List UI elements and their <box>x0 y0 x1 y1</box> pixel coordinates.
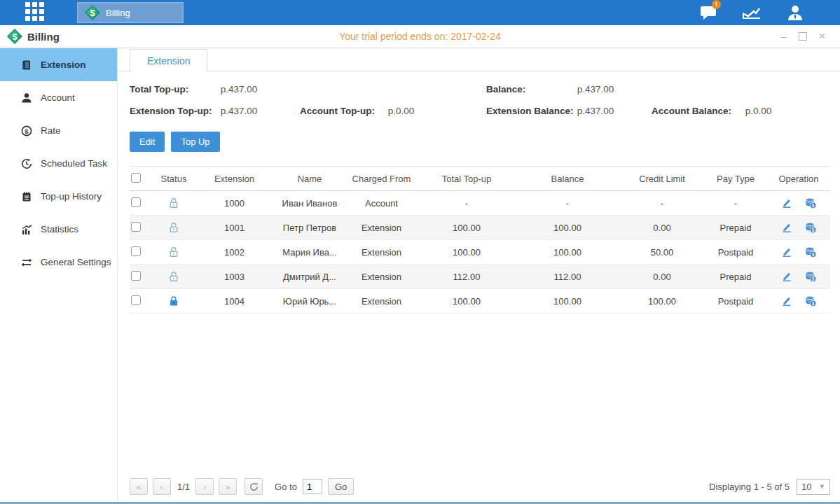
close-button[interactable]: × <box>817 31 827 42</box>
cell-pay-type: Prepaid <box>704 223 767 233</box>
sidebar-item-label: Rate <box>41 125 61 136</box>
svg-text:$: $ <box>25 127 29 134</box>
minimize-button[interactable]: – <box>778 31 789 42</box>
row-checkbox[interactable] <box>131 295 141 305</box>
edit-row-icon[interactable] <box>781 222 792 233</box>
extension-topup-field: Extension Top-up: p.437.00 <box>130 106 300 116</box>
sidebar-item-account[interactable]: Account <box>0 81 117 114</box>
topup-row-icon[interactable] <box>805 197 816 209</box>
cell-pay-type: - <box>704 198 767 209</box>
sidebar-item-extension[interactable]: Extension <box>0 48 117 81</box>
goto-page-input[interactable] <box>303 479 322 494</box>
balance-value: p.437.00 <box>577 84 614 94</box>
apps-grid-icon[interactable] <box>25 2 46 23</box>
table-row: 1002 Мария Ива... Extension 100.00 100.0… <box>130 240 830 265</box>
notification-badge: ! <box>712 0 721 9</box>
cell-name: Юрий Юрь... <box>275 296 345 307</box>
cell-pay-type: Postpaid <box>704 247 767 258</box>
row-checkbox[interactable] <box>131 222 141 232</box>
cell-credit-limit: 0.00 <box>620 223 704 233</box>
col-balance: Balance <box>515 174 620 184</box>
page-size-select[interactable]: 10 ▼ <box>797 479 830 495</box>
lock-status-icon <box>168 222 179 232</box>
billing-summary: Total Top-up: p.437.00 Balance: p.437.00… <box>118 71 840 116</box>
tabstrip: Extension <box>118 48 840 71</box>
topbar-billing-tab[interactable]: Billing <box>77 2 184 23</box>
topup-row-icon[interactable] <box>805 271 816 282</box>
go-button[interactable]: Go <box>328 478 354 495</box>
pagination-bar: « ‹ 1/1 › » Go to Go Displaying 1 - 5 of… <box>130 478 830 495</box>
lock-status-icon <box>168 246 179 257</box>
cell-pay-type: Postpaid <box>704 296 767 307</box>
cell-credit-limit: 0.00 <box>620 272 704 282</box>
topup-row-icon[interactable] <box>805 246 816 258</box>
cell-extension: 1003 <box>194 272 275 282</box>
prev-page-button[interactable]: ‹ <box>153 478 171 495</box>
table-row: 1003 Дмитрий Д... Extension 112.00 112.0… <box>130 265 830 289</box>
cell-credit-limit: 100.00 <box>620 296 704 307</box>
last-page-button[interactable]: » <box>219 478 237 495</box>
first-page-button[interactable]: « <box>130 478 148 495</box>
account-balance-label: Account Balance: <box>652 106 743 116</box>
user-account-icon[interactable] <box>784 4 806 22</box>
edit-row-icon[interactable] <box>781 295 792 307</box>
sidebar-item-topup-history[interactable]: Top-up History <box>0 180 117 213</box>
col-name: Name <box>275 174 345 184</box>
total-topup-label: Total Top-up: <box>130 84 218 94</box>
tab-label: Extension <box>147 55 190 66</box>
topup-row-icon[interactable] <box>805 295 816 307</box>
row-checkbox[interactable] <box>131 246 141 256</box>
cell-charged-from: Account <box>345 198 418 209</box>
top-up-button[interactable]: Top Up <box>171 132 219 152</box>
general-settings-arrows-icon <box>21 257 32 268</box>
edit-row-icon[interactable] <box>781 271 792 282</box>
table-row: 1004 Юрий Юрь... Extension 100.00 100.00… <box>130 289 830 314</box>
scheduled-task-clock-icon <box>21 158 32 169</box>
edit-row-icon[interactable] <box>781 197 792 209</box>
balance-label: Balance: <box>486 84 574 94</box>
col-operation: Operation <box>767 174 830 184</box>
cell-balance: 112.00 <box>515 272 620 282</box>
page-size-value: 10 <box>801 482 811 492</box>
sidebar-item-label: Statistics <box>41 224 78 234</box>
account-topup-field: Account Top-up: p.0.00 <box>300 106 486 116</box>
refresh-button[interactable] <box>245 478 263 495</box>
sidebar-item-rate[interactable]: $ Rate <box>0 114 117 147</box>
cell-total-topup: - <box>418 198 515 209</box>
row-checkbox[interactable] <box>131 271 141 281</box>
topup-history-notebook-icon <box>21 191 32 202</box>
cell-name: Дмитрий Д... <box>275 272 345 282</box>
row-checkbox[interactable] <box>131 197 141 207</box>
maximize-button[interactable] <box>799 32 807 41</box>
cell-balance: 100.00 <box>515 296 620 307</box>
col-status: Status <box>153 174 194 184</box>
extension-balance-label: Extension Balance: <box>486 106 574 116</box>
cell-extension: 1004 <box>194 296 275 307</box>
account-balance-value: p.0.00 <box>745 106 772 116</box>
cell-balance: 100.00 <box>515 223 620 233</box>
cell-charged-from: Extension <box>345 296 418 307</box>
sidebar-item-statistics[interactable]: Statistics <box>0 213 117 246</box>
balance-field: Balance: p.437.00 <box>486 84 828 94</box>
topup-row-icon[interactable] <box>805 222 816 233</box>
tab-extension[interactable]: Extension <box>130 49 207 72</box>
col-credit-limit: Credit Limit <box>620 174 704 184</box>
sidebar-item-scheduled-task[interactable]: Scheduled Task <box>0 147 117 180</box>
total-topup-field: Total Top-up: p.437.00 <box>130 84 486 94</box>
select-all-checkbox[interactable] <box>131 173 141 183</box>
cell-name: Иван Иванов <box>275 198 345 209</box>
cell-total-topup: 100.00 <box>418 296 515 307</box>
next-page-button[interactable]: › <box>195 478 214 495</box>
extension-balance-value: p.437.00 <box>577 106 614 116</box>
sidebar-item-label: Top-up History <box>41 191 102 202</box>
sidebar-item-general-settings[interactable]: General Settings <box>0 246 117 279</box>
messages-icon[interactable]: ! <box>697 4 719 22</box>
main-content: Extension Total Top-up: p.437.00 Balance… <box>118 48 840 502</box>
edit-button[interactable]: Edit <box>130 132 165 152</box>
col-total-topup: Total Top-up <box>418 174 515 184</box>
edit-row-icon[interactable] <box>781 246 792 258</box>
statistics-chart-icon[interactable] <box>741 4 763 22</box>
cell-pay-type: Prepaid <box>704 272 767 282</box>
displaying-text: Displaying 1 - 5 of 5 <box>709 482 790 492</box>
extension-balance-field: Extension Balance: p.437.00 <box>486 106 652 116</box>
